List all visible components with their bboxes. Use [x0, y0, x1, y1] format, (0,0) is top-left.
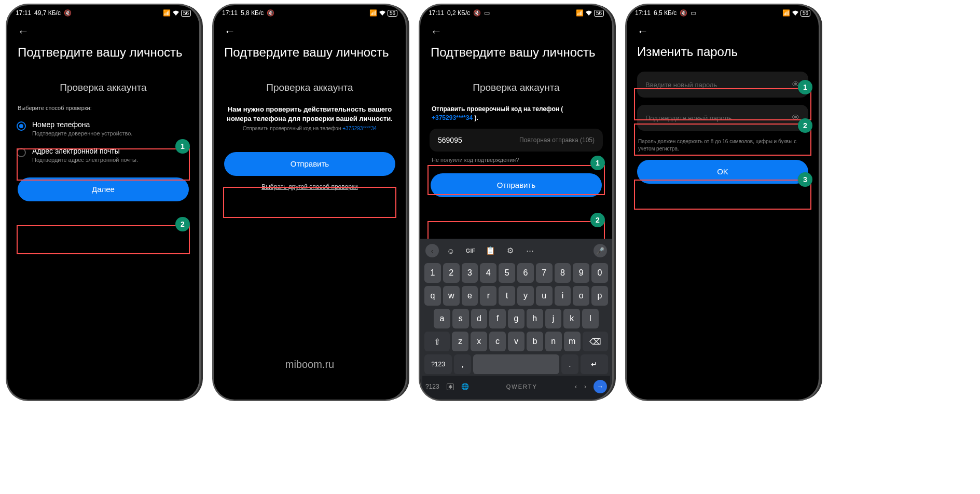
back-button[interactable]: ←	[7, 19, 199, 42]
send-line-suffix: ).	[473, 114, 478, 121]
option-email[interactable]: Адрес электронной почты Подтвердите адре…	[7, 142, 199, 168]
key-0[interactable]: 0	[591, 263, 608, 283]
send-button[interactable]: Отправить	[224, 152, 395, 176]
key-m[interactable]: m	[564, 332, 581, 351]
key-3[interactable]: 3	[462, 263, 478, 283]
key-7[interactable]: 7	[536, 263, 553, 283]
wifi-icon	[172, 10, 180, 16]
key-8[interactable]: 8	[555, 263, 571, 283]
key-6[interactable]: 6	[517, 263, 534, 283]
back-button[interactable]: ←	[627, 19, 819, 42]
page-subtitle: Проверка аккаунта	[7, 70, 199, 105]
sticker-icon[interactable]: ☺	[443, 246, 459, 255]
status-time: 17:11	[222, 9, 238, 17]
key-f[interactable]: f	[489, 309, 506, 328]
status-speed: 6,5 КБ/с	[654, 9, 677, 17]
key-5[interactable]: 5	[499, 263, 515, 283]
signal-icon: 📶	[163, 9, 171, 17]
key-i[interactable]: i	[555, 286, 571, 306]
phone-link[interactable]: +375293****34	[342, 126, 377, 131]
new-password-input[interactable]: Введите новый пароль 👁	[637, 72, 808, 98]
next-button[interactable]: Далее	[18, 177, 189, 201]
back-button[interactable]: ←	[214, 19, 406, 42]
key-j[interactable]: j	[545, 309, 562, 328]
shift-key[interactable]: ⇧	[424, 332, 450, 351]
kb-layout-label[interactable]: QWERTY	[476, 383, 568, 390]
key-k[interactable]: k	[563, 309, 580, 328]
kb-row-num: 1234567890	[422, 262, 610, 284]
globe-icon[interactable]: 🌐	[461, 383, 469, 390]
key-b[interactable]: b	[527, 332, 543, 351]
resend-counter: Повторная отправка (105)	[519, 136, 595, 144]
key-y[interactable]: y	[517, 286, 534, 306]
password-hint: Пароль должен содержать от 8 до 16 симво…	[627, 138, 819, 158]
phone-screen-3: 17:11 0,2 КБ/с 🔇 ▭ 📶 56 ← Подтвердите ва…	[420, 5, 612, 400]
dot-key[interactable]: .	[561, 354, 578, 374]
kb-row-3: ⇧ zxcvbnm ⌫	[422, 330, 610, 353]
ok-button[interactable]: OK	[637, 160, 808, 184]
back-button[interactable]: ←	[420, 19, 612, 42]
key-4[interactable]: 4	[480, 263, 496, 283]
comma-key[interactable]: ,	[454, 354, 471, 374]
key-r[interactable]: r	[480, 286, 496, 306]
kb-lang-icon[interactable]: ✱	[447, 383, 454, 390]
key-c[interactable]: c	[489, 332, 506, 351]
verify-info-bold: Нам нужно проверить действительность ваш…	[214, 105, 406, 124]
gif-icon[interactable]: GIF	[463, 248, 478, 254]
code-input[interactable]: 569095 Повторная отправка (105)	[430, 129, 603, 152]
signal-icon: 📶	[782, 9, 790, 17]
space-key[interactable]	[473, 354, 559, 374]
choose-other-method-link[interactable]: Выбрать другой способ проверки	[214, 183, 406, 190]
brand-footer: miboom.ru	[214, 359, 406, 371]
phone-link[interactable]: +375293****34	[432, 114, 473, 121]
key-o[interactable]: o	[573, 286, 589, 306]
key-w[interactable]: w	[443, 286, 460, 306]
page-title: Изменить пароль	[627, 42, 819, 72]
battery-badge: 56	[181, 10, 191, 17]
enter-key[interactable]: ↵	[581, 354, 608, 374]
backspace-key[interactable]: ⌫	[583, 332, 608, 351]
battery-badge: 56	[388, 10, 397, 17]
kb-numpad-switch[interactable]: ?123	[425, 383, 439, 390]
keyboard[interactable]: ‹ ☺ GIF 📋 ⚙ ⋯ 🎤 1234567890 qwertyuiop as…	[420, 239, 612, 400]
status-time: 17:11	[429, 9, 444, 17]
key-n[interactable]: n	[545, 332, 562, 351]
key-v[interactable]: v	[508, 332, 524, 351]
gear-icon[interactable]: ⚙	[502, 246, 518, 255]
no-code-link[interactable]: Не полуили код подтверждения?	[420, 156, 612, 164]
key-d[interactable]: d	[471, 309, 488, 328]
key-l[interactable]: l	[582, 309, 599, 328]
mute-icon: 🔇	[473, 9, 481, 17]
kb-nav-bar: ?123 ✱ 🌐 QWERTY ‹ › →	[422, 376, 610, 400]
phone-screen-2: 17:11 5,8 КБ/с 🔇 📶 56 ← Подтвердите вашу…	[214, 5, 406, 400]
chevron-left-icon[interactable]: ‹	[575, 383, 577, 390]
key-u[interactable]: u	[536, 286, 553, 306]
status-time: 17:11	[635, 9, 651, 17]
key-h[interactable]: h	[527, 309, 543, 328]
clipboard-icon[interactable]: 📋	[482, 246, 498, 255]
chevron-right-icon[interactable]: ›	[584, 383, 586, 390]
key-p[interactable]: p	[591, 286, 608, 306]
key-q[interactable]: q	[424, 286, 441, 306]
key-x[interactable]: x	[471, 332, 487, 351]
kb-collapse-icon[interactable]: ‹	[425, 244, 439, 257]
key-9[interactable]: 9	[573, 263, 589, 283]
numeric-key[interactable]: ?123	[424, 354, 452, 374]
option-phone[interactable]: Номер телефона Подтвердите доверенное ус…	[7, 115, 199, 142]
send-button[interactable]: Отправить	[431, 173, 602, 197]
more-icon[interactable]: ⋯	[522, 246, 537, 255]
new-password-placeholder: Введите новый пароль	[645, 81, 717, 89]
key-e[interactable]: e	[462, 286, 478, 306]
key-2[interactable]: 2	[443, 263, 460, 283]
key-z[interactable]: z	[452, 332, 468, 351]
kb-row-bottom: ?123 , . ↵	[422, 353, 610, 376]
key-g[interactable]: g	[508, 309, 524, 328]
key-a[interactable]: a	[434, 309, 450, 328]
mic-icon[interactable]: 🎤	[593, 244, 607, 257]
key-1[interactable]: 1	[424, 263, 441, 283]
key-s[interactable]: s	[452, 309, 469, 328]
key-t[interactable]: t	[499, 286, 515, 306]
mute-icon: 🔇	[267, 9, 274, 17]
go-button[interactable]: →	[593, 380, 607, 393]
confirm-password-input[interactable]: Подтвердите новый пароль 👁	[637, 105, 808, 131]
